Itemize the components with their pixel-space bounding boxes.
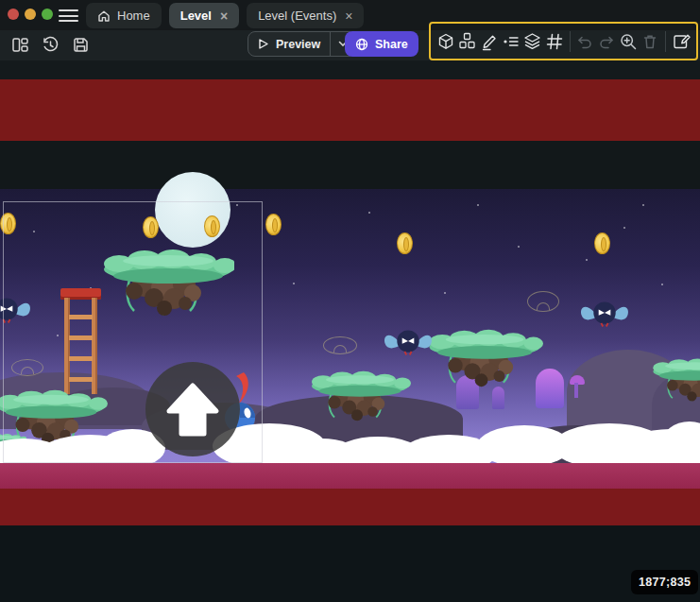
bat-enemy[interactable] — [383, 325, 434, 359]
background-band-red-top — [0, 79, 700, 141]
star-decoration — [586, 259, 588, 261]
bat-enemy[interactable] — [579, 297, 630, 331]
globe-icon — [355, 38, 368, 51]
tab-level[interactable]: Level × — [169, 3, 239, 28]
tab-level-events[interactable]: Level (Events) × — [247, 3, 364, 28]
star-decoration — [623, 227, 625, 229]
tab-bar: Home Level × Level (Events) × — [86, 3, 364, 28]
redo-icon[interactable] — [596, 29, 617, 53]
save-icon[interactable] — [72, 36, 90, 54]
zoom-in-icon[interactable] — [618, 29, 639, 53]
window-controls — [8, 9, 53, 20]
tab-label: Home — [117, 9, 150, 23]
background-band-crimson — [0, 463, 700, 489]
history-icon[interactable] — [42, 36, 60, 54]
close-window-button[interactable] — [8, 9, 19, 20]
mushroom-decoration — [574, 383, 578, 398]
coin-object[interactable] — [594, 232, 610, 254]
main-menu-icon[interactable] — [59, 9, 78, 22]
mushroom-decoration — [492, 387, 504, 409]
home-icon — [97, 9, 111, 23]
coin-object[interactable] — [265, 214, 282, 235]
edit-tools-highlight-box — [429, 22, 698, 60]
tab-label: Level — [180, 9, 212, 23]
draw-pencil-icon[interactable] — [479, 29, 500, 53]
coin-object[interactable] — [397, 232, 413, 254]
background-band-dark-top — [0, 60, 700, 79]
instance-list-icon[interactable] — [501, 29, 521, 53]
ufo-outline-decoration — [527, 291, 559, 312]
star-decoration — [661, 284, 663, 285]
share-label: Share — [375, 38, 408, 51]
divider — [570, 31, 571, 52]
scene-editor-canvas[interactable]: 1877;835 — [0, 60, 700, 602]
star-decoration — [518, 246, 520, 248]
background-band-dark-mid — [0, 141, 700, 189]
star-decoration — [368, 212, 370, 214]
star-decoration — [444, 292, 446, 294]
divider — [665, 31, 666, 52]
star-decoration — [642, 204, 644, 206]
minimize-window-button[interactable] — [25, 9, 36, 20]
project-panels-icon[interactable] — [11, 36, 29, 54]
ufo-dome — [537, 302, 550, 310]
edit-properties-icon[interactable] — [671, 29, 691, 53]
preview-label: Preview — [276, 38, 320, 51]
ufo-outline-decoration — [323, 336, 357, 354]
grid-icon[interactable] — [544, 29, 565, 53]
selection-rectangle[interactable] — [3, 201, 263, 463]
star-decoration — [477, 204, 479, 206]
3d-view-icon[interactable] — [435, 29, 456, 53]
tab-label: Level (Events) — [258, 9, 336, 23]
layers-icon[interactable] — [522, 29, 543, 53]
ufo-dome — [333, 345, 347, 353]
close-tab-icon[interactable]: × — [345, 9, 352, 23]
bottom-editor-area — [0, 525, 700, 602]
app-window: Home Level × Level (Events) × — [0, 0, 700, 602]
close-tab-icon[interactable]: × — [220, 9, 228, 23]
play-icon — [257, 38, 269, 50]
island-platform[interactable] — [414, 329, 555, 387]
island-platform[interactable] — [652, 333, 700, 427]
undo-icon[interactable] — [575, 29, 596, 53]
maximize-window-button[interactable] — [42, 9, 53, 20]
delete-icon[interactable] — [640, 29, 660, 53]
island-platform[interactable] — [304, 370, 416, 421]
preview-button[interactable]: Preview — [248, 31, 356, 57]
share-button[interactable]: Share — [345, 31, 418, 57]
tab-home[interactable]: Home — [86, 3, 162, 28]
object-groups-icon[interactable] — [457, 29, 478, 53]
background-band-red-bottom — [0, 489, 700, 525]
star-decoration — [293, 283, 295, 284]
toolbar-left-icons — [11, 36, 90, 54]
cursor-coordinates-badge: 1877;835 — [631, 570, 698, 594]
